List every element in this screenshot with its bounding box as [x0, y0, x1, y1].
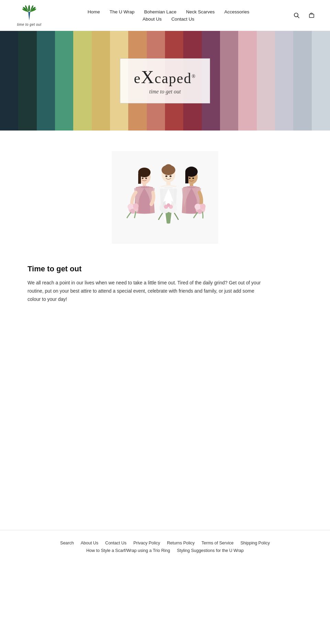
hero-banner: eXcaped® time to get out [0, 31, 330, 131]
svg-point-16 [165, 164, 172, 170]
nav-row-1: Home The U Wrap Bohemian Lace Neck Scarv… [88, 9, 249, 14]
svg-point-28 [169, 176, 172, 177]
svg-rect-32 [188, 171, 195, 174]
logo-area[interactable]: time to get out [14, 4, 45, 26]
footer-privacy-policy[interactable]: Privacy Policy [133, 541, 160, 545]
svg-point-35 [195, 204, 201, 210]
nav-bohemian-lace[interactable]: Bohemian Lace [144, 9, 176, 14]
header-icons [292, 11, 316, 20]
search-icon [294, 12, 300, 19]
svg-line-1 [298, 16, 299, 18]
svg-point-13 [145, 178, 147, 179]
main-content: Time to get out We all reach a point in … [0, 131, 330, 530]
footer-links-row-1: Search About Us Contact Us Privacy Polic… [7, 541, 323, 545]
hero-tagline: time to get out [134, 89, 196, 95]
search-button[interactable] [292, 11, 301, 20]
nav-row-2: About Us Contact Us [143, 16, 194, 22]
svg-rect-6 [138, 173, 141, 184]
svg-rect-2 [309, 14, 314, 18]
svg-point-39 [192, 178, 194, 179]
footer-contact-us[interactable]: Contact Us [105, 541, 126, 545]
nav-contact-us[interactable]: Contact Us [171, 16, 194, 22]
svg-point-26 [167, 203, 170, 207]
footer-about-us[interactable]: About Us [81, 541, 98, 545]
text-section: Time to get out We all reach a point in … [28, 261, 261, 324]
svg-rect-31 [185, 172, 188, 183]
footer-returns-policy[interactable]: Returns Policy [167, 541, 195, 545]
footer-shipping-policy[interactable]: Shipping Policy [240, 541, 270, 545]
section-body: We all reach a point in our lives when w… [28, 279, 261, 303]
palm-tree-icon [20, 4, 38, 22]
cart-button[interactable] [307, 11, 316, 20]
main-nav: Home The U Wrap Bohemian Lace Neck Scarv… [45, 9, 292, 22]
site-header: time to get out Home The U Wrap Bohemian… [0, 0, 330, 31]
footer-terms-of-service[interactable]: Terms of Service [201, 541, 233, 545]
footer-links-row-2: How to Style a Scarf/Wrap using a Trio R… [7, 548, 323, 553]
svg-point-37 [197, 209, 202, 214]
svg-point-38 [189, 178, 191, 179]
cart-icon [308, 12, 315, 19]
svg-point-12 [142, 178, 144, 179]
footer-style-trio-ring[interactable]: How to Style a Scarf/Wrap using a Trio R… [86, 548, 170, 553]
hero-logo-box: eXcaped® time to get out [120, 58, 210, 103]
footer-style-u-wrap[interactable]: Styling Suggestions for the U Wrap [177, 548, 244, 553]
nav-home[interactable]: Home [88, 9, 100, 14]
bridesmaids-image [112, 151, 218, 244]
svg-point-27 [165, 176, 167, 177]
site-footer: Search About Us Contact Us Privacy Polic… [0, 530, 330, 569]
svg-point-10 [133, 203, 139, 209]
hero-brand-name: eXcaped® [134, 67, 196, 87]
nav-accessories[interactable]: Accessories [224, 9, 249, 14]
footer-search[interactable]: Search [60, 541, 74, 545]
logo-tagline: time to get out [17, 23, 42, 26]
photo-section [28, 131, 302, 261]
nav-about-us[interactable]: About Us [143, 16, 162, 22]
section-title: Time to get out [28, 264, 261, 273]
nav-the-u-wrap[interactable]: The U Wrap [110, 9, 135, 14]
svg-point-36 [200, 204, 206, 209]
nav-neck-scarves[interactable]: Neck Scarves [186, 9, 214, 14]
content-spacer [28, 324, 302, 530]
